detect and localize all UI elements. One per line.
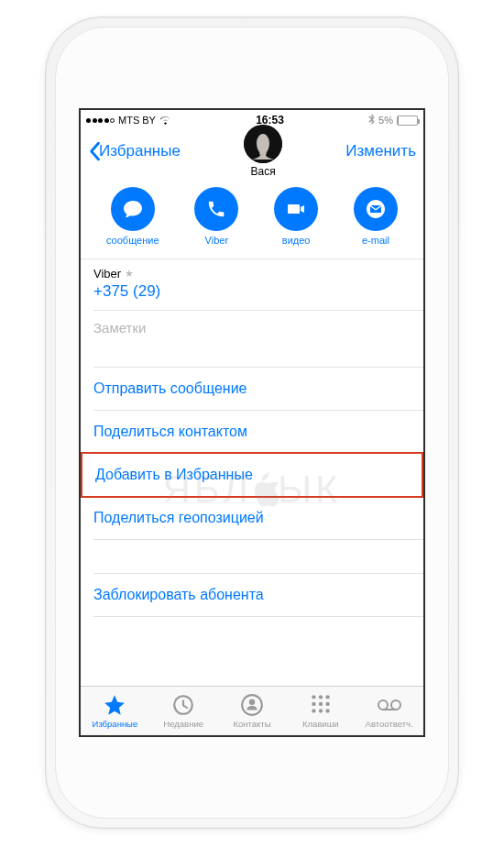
- svg-point-5: [312, 702, 315, 706]
- wifi-icon: [159, 116, 171, 125]
- tab-recents-label: Недавние: [163, 719, 203, 729]
- star-icon: ★: [125, 268, 134, 280]
- email-button[interactable]: e-mail: [354, 187, 398, 246]
- message-label: сообщение: [106, 235, 159, 246]
- contact-avatar[interactable]: [244, 125, 282, 163]
- nav-bar: Избранные Вася Изменить: [81, 130, 423, 172]
- svg-point-6: [319, 702, 323, 706]
- phone-number: +375 (29): [93, 282, 411, 301]
- phone-type-label: Viber: [93, 267, 121, 281]
- battery-icon: [397, 116, 418, 126]
- viber-label: Viber: [205, 235, 228, 246]
- contact-details: Viber ★ +375 (29) Заметки Отправить сооб…: [81, 259, 423, 686]
- tab-favorites-label: Избранные: [93, 719, 138, 729]
- notes-field[interactable]: Заметки: [81, 311, 423, 367]
- svg-point-10: [325, 709, 329, 712]
- tab-favorites[interactable]: Избранные: [81, 687, 149, 735]
- viber-call-button[interactable]: Viber: [194, 187, 238, 246]
- add-to-favorites-row[interactable]: Добавить в Избранные: [82, 454, 422, 496]
- svg-point-2: [312, 695, 315, 699]
- tab-keypad[interactable]: Клавиши: [286, 687, 355, 735]
- message-button[interactable]: сообщение: [106, 187, 159, 246]
- svg-point-4: [325, 695, 329, 699]
- screen: MTS BY 16:53 5%: [79, 108, 425, 737]
- share-location-row[interactable]: Поделиться геопозицией: [81, 497, 423, 539]
- phone-field[interactable]: Viber ★ +375 (29): [81, 259, 423, 310]
- contact-actions: сообщение Viber видео e-mail: [81, 172, 423, 259]
- tab-keypad-label: Клавиши: [302, 719, 339, 729]
- carrier-label: MTS BY: [118, 115, 156, 126]
- svg-point-9: [319, 709, 323, 712]
- back-button[interactable]: Избранные: [88, 141, 181, 161]
- video-button[interactable]: видео: [274, 187, 318, 246]
- tab-voicemail-label: Автоответч.: [366, 719, 413, 729]
- svg-point-3: [319, 695, 323, 699]
- share-contact-row[interactable]: Поделиться контактом: [81, 411, 423, 453]
- phone-frame: MTS BY 16:53 5%: [45, 17, 459, 829]
- back-label: Избранные: [99, 142, 181, 160]
- video-label: видео: [282, 235, 311, 246]
- tab-contacts[interactable]: Контакты: [218, 687, 287, 735]
- tab-recents[interactable]: Недавние: [149, 687, 218, 735]
- svg-point-8: [312, 709, 315, 712]
- block-contact-row[interactable]: Заблокировать абонента: [81, 574, 423, 616]
- send-message-row[interactable]: Отправить сообщение: [81, 368, 423, 410]
- bluetooth-icon: [368, 114, 375, 127]
- svg-point-7: [325, 702, 329, 706]
- svg-point-12: [391, 700, 400, 710]
- edit-button[interactable]: Изменить: [345, 142, 416, 160]
- signal-strength-icon: [86, 118, 115, 123]
- svg-point-11: [378, 700, 388, 710]
- tab-voicemail[interactable]: Автоответч.: [355, 687, 423, 735]
- email-label: e-mail: [362, 235, 389, 246]
- tab-bar: Избранные Недавние Контакты Клавиши Авто…: [81, 686, 423, 735]
- tab-contacts-label: Контакты: [233, 719, 270, 729]
- battery-percent: 5%: [378, 115, 393, 126]
